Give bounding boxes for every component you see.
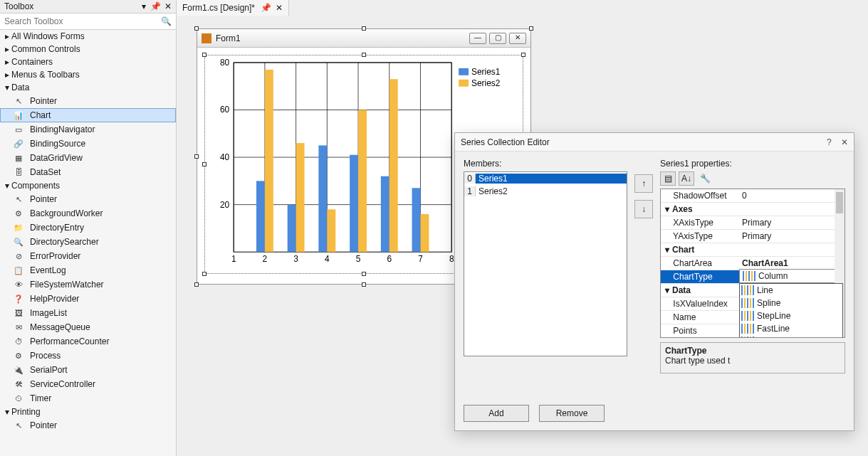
charttype-option-fastline[interactable]: FastLine — [740, 322, 842, 335]
form-icon — [202, 33, 211, 43]
dialog-title: Series Collection Editor — [461, 137, 550, 147]
toolbox-item-directoryentry[interactable]: 📁DirectoryEntry — [0, 221, 176, 235]
toolbox-item-process[interactable]: ⚙Process — [0, 349, 176, 363]
minimize-button[interactable]: — — [469, 33, 486, 44]
charttype-option-spline[interactable]: Spline — [740, 297, 842, 309]
pointer-icon: ↖ — [13, 420, 24, 431]
toolbox-item-datagridview[interactable]: ▦DataGridView — [0, 151, 176, 165]
toolbox-category[interactable]: ▾Components — [0, 179, 176, 192]
svg-text:Series1: Series1 — [471, 67, 501, 77]
charttype-dropdown[interactable]: Column ▾ — [739, 269, 845, 283]
charttype-option-stepline[interactable]: StepLine — [740, 309, 842, 322]
desc-text: Chart type used t — [665, 356, 840, 366]
form-title: Form1 — [216, 33, 241, 43]
svg-rect-29 — [318, 145, 327, 252]
toolbox-category[interactable]: ▾Data — [0, 81, 176, 94]
toolbox-item-timer[interactable]: ⏲Timer — [0, 391, 176, 405]
toolbox-panel: Toolbox ▾ 📌 ✕ 🔍 ▸All Windows Forms▸Commo… — [0, 0, 177, 456]
process-icon: ⚙ — [13, 350, 24, 361]
toolbox-item-pointer[interactable]: ↖Pointer — [0, 192, 176, 206]
svg-text:4: 4 — [325, 254, 330, 264]
toolbox-category[interactable]: ▸Menus & Toolbars — [0, 68, 176, 81]
member-row[interactable]: 0Series1 — [464, 172, 627, 185]
svg-text:20: 20 — [220, 200, 230, 210]
toolbox-item-chart[interactable]: 📊Chart — [0, 108, 176, 122]
toolbox-item-bindingsource[interactable]: 🔗BindingSource — [0, 137, 176, 151]
member-down-button[interactable]: ↓ — [634, 200, 653, 218]
toolbox-item-filesystemwatcher[interactable]: 👁FileSystemWatcher — [0, 277, 176, 292]
toolbox-search[interactable]: 🔍 — [0, 14, 176, 30]
svg-rect-34 — [389, 79, 398, 252]
msgq-icon: ✉ — [13, 322, 24, 333]
propgrid-scrollbar[interactable] — [836, 192, 843, 213]
toolbox-item-bindingnavigator[interactable]: ▭BindingNavigator — [0, 122, 176, 137]
toolbox-search-input[interactable] — [0, 14, 176, 29]
add-button[interactable]: Add — [464, 405, 529, 422]
toolbox-item-serialport[interactable]: 🔌SerialPort — [0, 363, 176, 377]
member-row[interactable]: 1Series2 — [464, 185, 627, 198]
toolbox-category[interactable]: ▸Common Controls — [0, 43, 176, 55]
remove-button[interactable]: Remove — [539, 405, 605, 422]
pointer-icon: ↖ — [13, 193, 24, 205]
toolbox-close-icon[interactable]: ✕ — [164, 1, 172, 11]
svg-text:2: 2 — [263, 254, 268, 264]
svg-text:3: 3 — [293, 254, 298, 264]
timer-icon: ⏲ — [13, 393, 24, 404]
toolbox-item-backgroundworker[interactable]: ⚙BackgroundWorker — [0, 206, 176, 221]
svg-text:8: 8 — [449, 254, 454, 264]
direntry-icon: 📁 — [13, 222, 24, 233]
desc-title: ChartType — [665, 346, 840, 356]
imglist-icon: 🖼 — [13, 307, 24, 319]
toolbox-category[interactable]: ▸All Windows Forms — [0, 30, 176, 43]
property-description: ChartType Chart type used t — [660, 342, 845, 373]
toolbox-item-helpprovider[interactable]: ❓HelpProvider — [0, 292, 176, 306]
toolbox-item-dataset[interactable]: 🗄DataSet — [0, 165, 176, 179]
bindsrc-icon: 🔗 — [13, 138, 24, 149]
toolbox-item-pointer[interactable]: ↖Pointer — [0, 94, 176, 108]
svg-text:1: 1 — [231, 254, 236, 264]
bgworker-icon: ⚙ — [13, 208, 24, 219]
svg-rect-39 — [459, 80, 469, 87]
fsw-icon: 👁 — [13, 279, 24, 290]
charttype-options[interactable]: LineSplineStepLineFastLineBarStackedBarS… — [739, 283, 843, 338]
members-listbox[interactable]: 0Series11Series2 — [464, 171, 627, 356]
svg-text:80: 80 — [220, 58, 230, 68]
document-tab[interactable]: Form1.cs [Design]* 📌 ✕ — [177, 0, 289, 16]
bindnav-icon: ▭ — [13, 124, 24, 135]
error-icon: ⊘ — [13, 250, 24, 262]
tab-pin-icon[interactable]: 📌 — [261, 3, 271, 13]
toolbox-item-directorysearcher[interactable]: 🔍DirectorySearcher — [0, 235, 176, 249]
dialog-close-icon[interactable]: ✕ — [841, 137, 848, 147]
svg-rect-26 — [265, 70, 273, 252]
search-icon: 🔍 — [161, 16, 172, 26]
toolbox-item-pointer[interactable]: ↖Pointer — [0, 418, 176, 433]
property-grid[interactable]: ShadowOffset0▾Axes XAxisTypePrimary YAxi… — [660, 189, 845, 338]
dialog-help-icon[interactable]: ? — [827, 137, 832, 147]
toolbox-item-messagequeue[interactable]: ✉MessageQueue — [0, 320, 176, 334]
perf-icon: ⏱ — [13, 336, 24, 347]
svg-text:7: 7 — [418, 254, 423, 264]
svg-text:40: 40 — [220, 152, 230, 162]
charttype-option-line[interactable]: Line — [740, 284, 842, 297]
maximize-button[interactable]: ▢ — [489, 33, 506, 44]
propgrid-alpha-icon[interactable]: A↓ — [679, 171, 694, 186]
propgrid-categorized-icon[interactable]: ▤ — [660, 171, 676, 186]
toolbox-dropdown-icon[interactable]: ▾ — [142, 1, 146, 11]
svg-text:Series2: Series2 — [471, 78, 501, 88]
help-icon: ❓ — [13, 293, 24, 304]
propgrid-wrench-icon[interactable]: 🔧 — [697, 171, 713, 186]
toolbox-category[interactable]: ▾Printing — [0, 405, 176, 418]
toolbox-item-performancecounter[interactable]: ⏱PerformanceCounter — [0, 334, 176, 349]
toolbox-item-eventlog[interactable]: 📋EventLog — [0, 263, 176, 277]
svg-rect-31 — [350, 155, 358, 252]
toolbox-item-imagelist[interactable]: 🖼ImageList — [0, 306, 176, 320]
toolbox-category[interactable]: ▸Containers — [0, 55, 176, 68]
close-button[interactable]: ✕ — [509, 33, 526, 44]
toolbox-pin-icon[interactable]: 📌 — [150, 1, 161, 11]
properties-label: Series1 properties: — [660, 159, 845, 169]
svg-rect-36 — [420, 214, 429, 252]
toolbox-item-servicecontroller[interactable]: 🛠ServiceController — [0, 377, 176, 391]
toolbox-item-errorprovider[interactable]: ⊘ErrorProvider — [0, 249, 176, 263]
member-up-button[interactable]: ↑ — [634, 174, 653, 193]
tab-close-icon[interactable]: ✕ — [276, 3, 283, 13]
